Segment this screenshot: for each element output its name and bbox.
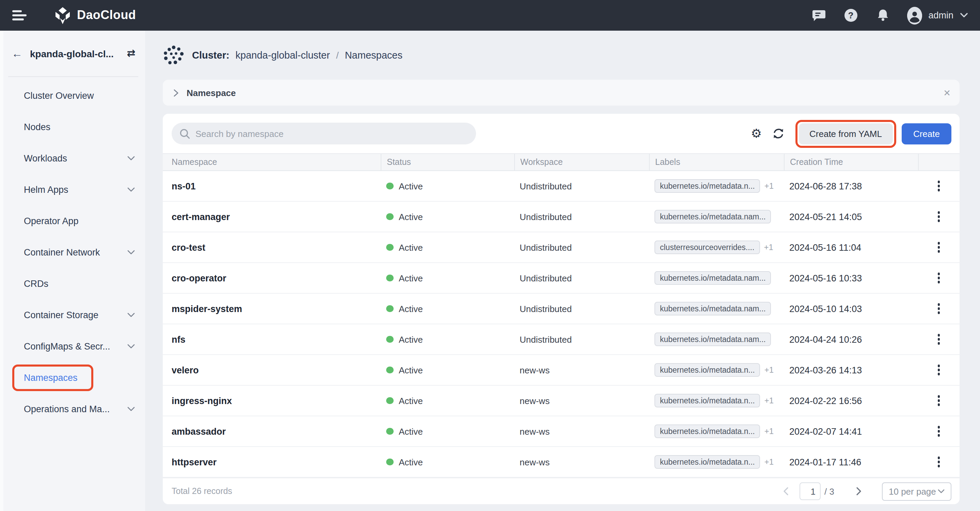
row-actions-kebab-icon[interactable] xyxy=(935,300,943,318)
namespace-name[interactable]: cert-manager xyxy=(172,212,230,222)
label-chip[interactable]: kubernetes.io/metadata.nam... xyxy=(654,302,771,315)
chevron-down-icon xyxy=(127,344,135,349)
page-number-input[interactable] xyxy=(799,482,820,500)
message-icon[interactable] xyxy=(811,8,826,23)
label-extra-count[interactable]: +1 xyxy=(764,242,773,252)
label-extra-count[interactable]: +1 xyxy=(764,396,774,405)
label-chip[interactable]: kubernetes.io/metadata.n... xyxy=(654,425,760,438)
create-button[interactable]: Create xyxy=(902,123,951,144)
sidebar-item-operations-and-ma[interactable]: Operations and Ma... xyxy=(3,393,145,425)
sidebar-item-configmaps-secr[interactable]: ConfigMaps & Secr... xyxy=(3,330,145,362)
previous-page-icon[interactable] xyxy=(780,486,791,497)
namespace-name[interactable]: ingress-nginx xyxy=(172,395,232,406)
table-row-nfs[interactable]: nfs Active Undistributed kubernetes.io/m… xyxy=(163,324,959,355)
sidebar-item-operator-app[interactable]: Operator App xyxy=(3,205,145,236)
row-actions-kebab-icon[interactable] xyxy=(935,330,943,349)
namespace-name[interactable]: ambassador xyxy=(172,426,226,436)
page-total-label: / 3 xyxy=(824,486,834,497)
workspace-value: Undistributed xyxy=(520,273,572,283)
breadcrumb-cluster-name[interactable]: kpanda-global-cluster xyxy=(235,50,330,60)
row-actions-kebab-icon[interactable] xyxy=(935,269,943,287)
help-icon[interactable]: ? xyxy=(843,8,858,23)
row-actions-kebab-icon[interactable] xyxy=(935,239,943,256)
sidebar-item-label: Helm Apps xyxy=(24,184,68,194)
table-row-velero[interactable]: velero Active new-ws kubernetes.io/metad… xyxy=(163,355,959,386)
namespace-name[interactable]: nfs xyxy=(172,334,186,344)
namespace-name[interactable]: httpserver xyxy=(172,457,216,467)
sidebar-item-workloads[interactable]: Workloads xyxy=(3,142,145,174)
status-active-dot xyxy=(386,213,393,220)
table-row-cro-operator[interactable]: cro-operator Active Undistributed kubern… xyxy=(163,263,959,294)
label-chip[interactable]: kubernetes.io/metadata.n... xyxy=(654,394,760,408)
settings-gear-icon[interactable]: ⚙ xyxy=(749,126,764,141)
workspace-value: new-ws xyxy=(520,426,550,436)
notifications-bell-icon[interactable] xyxy=(875,8,890,23)
refresh-icon[interactable] xyxy=(771,126,786,141)
label-chip[interactable]: kubernetes.io/metadata.nam... xyxy=(654,271,771,285)
label-extra-count[interactable]: +1 xyxy=(764,427,774,436)
sidebar-item-label: Cluster Overview xyxy=(24,90,94,100)
column-header-creation-time[interactable]: Creation Time xyxy=(784,154,918,170)
switch-cluster-icon[interactable]: ⇄ xyxy=(127,48,135,59)
row-actions-kebab-icon[interactable] xyxy=(935,208,943,226)
namespace-name[interactable]: mspider-system xyxy=(172,304,242,314)
page-size-select[interactable]: 10 per page xyxy=(882,482,951,500)
chevron-down-icon xyxy=(127,406,135,411)
label-extra-count[interactable]: +1 xyxy=(764,181,774,191)
back-arrow-icon[interactable]: ← xyxy=(11,48,22,59)
namespace-name[interactable]: cro-operator xyxy=(172,273,226,283)
table-row-cro-test[interactable]: cro-test Active Undistributed clusterres… xyxy=(163,232,959,263)
namespace-name[interactable]: ns-01 xyxy=(172,181,196,191)
annotation-highlight-create-from-yaml: Create from YAML xyxy=(795,119,896,148)
label-chip[interactable]: kubernetes.io/metadata.nam... xyxy=(654,210,771,223)
label-chip[interactable]: kubernetes.io/metadata.n... xyxy=(654,363,760,377)
create-from-yaml-button[interactable]: Create from YAML xyxy=(799,123,893,144)
sidebar-item-helm-apps[interactable]: Helm Apps xyxy=(3,174,145,205)
sidebar-cluster-header: ← kpanda-global-cl... ⇄ xyxy=(3,31,145,76)
search-input[interactable] xyxy=(196,129,468,138)
row-actions-kebab-icon[interactable] xyxy=(935,422,943,441)
sidebar-item-namespaces[interactable]: Namespaces xyxy=(3,362,145,393)
label-extra-count[interactable]: +1 xyxy=(764,457,774,467)
label-chip[interactable]: kubernetes.io/metadata.nam... xyxy=(654,333,771,346)
column-header-namespace[interactable]: Namespace xyxy=(163,154,381,170)
row-actions-kebab-icon[interactable] xyxy=(935,177,943,195)
column-header-workspace[interactable]: Workspace xyxy=(514,154,649,170)
chevron-down-icon xyxy=(127,156,135,161)
sidebar-item-crds[interactable]: CRDs xyxy=(3,268,145,299)
sidebar-item-cluster-overview[interactable]: Cluster Overview xyxy=(3,80,145,111)
table-row-mspider-system[interactable]: mspider-system Active Undistributed kube… xyxy=(163,294,959,324)
namespace-collapse-panel[interactable]: Namespace ✕ xyxy=(163,80,959,106)
next-page-icon[interactable] xyxy=(853,486,864,497)
table-row-ambassador[interactable]: ambassador Active new-ws kubernetes.io/m… xyxy=(163,416,959,447)
menu-hamburger-icon[interactable] xyxy=(12,10,27,21)
column-header-status[interactable]: Status xyxy=(381,154,514,170)
close-icon[interactable]: ✕ xyxy=(943,88,951,98)
namespace-list-card: ⚙ Create from YAML Create xyxy=(163,114,959,504)
namespace-name[interactable]: velero xyxy=(172,365,199,375)
label-chip[interactable]: kubernetes.io/metadata.n... xyxy=(654,179,760,193)
table-row-cert-manager[interactable]: cert-manager Active Undistributed kubern… xyxy=(163,202,959,232)
label-chip[interactable]: kubernetes.io/metadata.n... xyxy=(654,455,760,469)
sidebar-item-nodes[interactable]: Nodes xyxy=(3,111,145,142)
row-actions-kebab-icon[interactable] xyxy=(935,392,943,410)
user-avatar[interactable] xyxy=(907,8,922,23)
namespace-name[interactable]: cro-test xyxy=(172,242,205,252)
sidebar-item-container-storage[interactable]: Container Storage xyxy=(3,299,145,330)
row-actions-kebab-icon[interactable] xyxy=(935,453,943,471)
daocloud-app: DaoCloud ? xyxy=(0,0,980,511)
creation-time-value: 2024-02-22 16:56 xyxy=(789,395,862,406)
label-chip[interactable]: clusterresourceoverrides.... xyxy=(654,240,760,254)
table-row-ns-01[interactable]: ns-01 Active Undistributed kubernetes.io… xyxy=(163,171,959,202)
user-menu-chevron-down-icon[interactable] xyxy=(960,13,968,18)
workspace-value: new-ws xyxy=(520,395,550,406)
row-actions-kebab-icon[interactable] xyxy=(935,361,943,379)
workspace-value: Undistributed xyxy=(520,304,572,314)
column-header-labels[interactable]: Labels xyxy=(649,154,784,170)
username-label[interactable]: admin xyxy=(928,10,953,21)
table-row-httpserver[interactable]: httpserver Active new-ws kubernetes.io/m… xyxy=(163,447,959,478)
label-extra-count[interactable]: +1 xyxy=(764,365,774,375)
sidebar-item-container-network[interactable]: Container Network xyxy=(3,236,145,268)
table-row-ingress-nginx[interactable]: ingress-nginx Active new-ws kubernetes.i… xyxy=(163,386,959,416)
search-box[interactable] xyxy=(172,123,476,145)
